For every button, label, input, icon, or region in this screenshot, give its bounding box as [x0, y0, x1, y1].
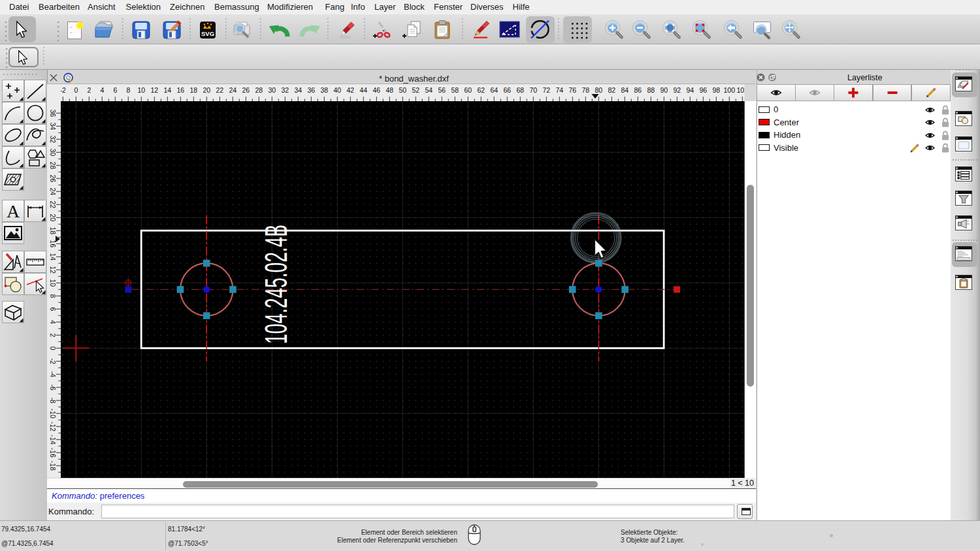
svg-text:62: 62: [477, 87, 485, 94]
svg-text:68: 68: [516, 87, 524, 94]
svg-text:26: 26: [49, 174, 57, 182]
svg-text:-16: -16: [49, 448, 57, 458]
svg-text:104.245.02.4B: 104.245.02.4B: [258, 225, 293, 344]
svg-text:48: 48: [385, 87, 393, 94]
svg-text:56: 56: [438, 87, 446, 94]
svg-text:86: 86: [634, 87, 642, 94]
svg-text:50: 50: [399, 87, 406, 94]
svg-text:SVG: SVG: [201, 30, 214, 37]
svg-text:30: 30: [49, 148, 57, 156]
svg-text:18: 18: [49, 227, 57, 234]
svg-text:84: 84: [621, 87, 629, 94]
svg-text:20: 20: [203, 87, 210, 94]
svg-text:A: A: [6, 201, 20, 221]
svg-text:46: 46: [372, 87, 380, 94]
svg-text:42: 42: [346, 87, 354, 94]
svg-text:8: 8: [49, 294, 57, 298]
svg-text:6: 6: [49, 307, 57, 311]
svg-text:-12: -12: [49, 422, 57, 432]
svg-text:-8: -8: [49, 398, 57, 403]
svg-text:78: 78: [581, 87, 589, 94]
svg-text:64: 64: [490, 87, 498, 94]
svg-text:12: 12: [49, 266, 57, 274]
svg-text:80: 80: [595, 87, 602, 94]
svg-text:34: 34: [294, 87, 302, 94]
svg-text:10: 10: [137, 87, 145, 94]
svg-text:-10: -10: [49, 409, 57, 418]
svg-text:-2: -2: [49, 358, 57, 364]
svg-text:40: 40: [333, 87, 341, 94]
svg-text:38: 38: [320, 87, 328, 94]
svg-text:28: 28: [49, 161, 57, 169]
svg-text:32: 32: [49, 135, 57, 143]
svg-text:-2: -2: [60, 87, 66, 94]
svg-text:54: 54: [425, 87, 433, 94]
svg-text:76: 76: [568, 87, 576, 94]
svg-text:32: 32: [281, 87, 289, 94]
svg-text:16: 16: [176, 87, 184, 94]
svg-text:2: 2: [49, 333, 57, 337]
svg-text:30: 30: [268, 87, 276, 94]
svg-text:100: 100: [724, 87, 736, 94]
svg-text:0: 0: [49, 346, 57, 350]
svg-text:28: 28: [255, 87, 263, 94]
svg-text:14: 14: [49, 253, 57, 260]
svg-text:22: 22: [216, 87, 223, 94]
svg-text:24: 24: [229, 87, 237, 94]
svg-text:14: 14: [163, 87, 171, 94]
svg-text:4: 4: [49, 320, 57, 324]
svg-text:18: 18: [189, 87, 197, 94]
svg-text:34: 34: [49, 122, 57, 130]
svg-text:66: 66: [503, 87, 511, 94]
svg-text:-14: -14: [49, 435, 57, 445]
svg-text:2: 2: [87, 87, 91, 94]
svg-text:72: 72: [542, 87, 550, 94]
svg-text:36: 36: [49, 109, 57, 117]
svg-text:8: 8: [126, 87, 130, 94]
svg-text:4: 4: [100, 87, 104, 94]
svg-text:60: 60: [464, 87, 472, 94]
svg-text:36: 36: [307, 87, 315, 94]
svg-text:82: 82: [608, 87, 615, 94]
svg-text:10: 10: [49, 279, 57, 287]
svg-text:58: 58: [451, 87, 459, 94]
svg-text:-6: -6: [49, 385, 57, 390]
svg-text:94: 94: [686, 87, 694, 94]
svg-text:92: 92: [673, 87, 681, 94]
svg-text:70: 70: [529, 87, 537, 94]
svg-text:90: 90: [660, 87, 668, 94]
svg-text:52: 52: [412, 87, 419, 94]
svg-text:0: 0: [74, 87, 78, 94]
svg-text:24: 24: [49, 187, 57, 195]
svg-text:6: 6: [113, 87, 117, 94]
svg-text:74: 74: [555, 87, 563, 94]
svg-text:-18: -18: [49, 461, 57, 471]
svg-text:20: 20: [49, 213, 57, 221]
svg-text:98: 98: [712, 87, 720, 94]
svg-text:88: 88: [647, 87, 655, 94]
svg-text:44: 44: [359, 87, 367, 94]
svg-text:22: 22: [49, 200, 57, 208]
svg-text:-4: -4: [49, 371, 57, 377]
svg-text:26: 26: [242, 87, 250, 94]
svg-text:16: 16: [49, 240, 57, 247]
svg-text:102: 102: [737, 87, 745, 94]
svg-text:12: 12: [150, 87, 158, 94]
svg-text:96: 96: [699, 87, 707, 94]
